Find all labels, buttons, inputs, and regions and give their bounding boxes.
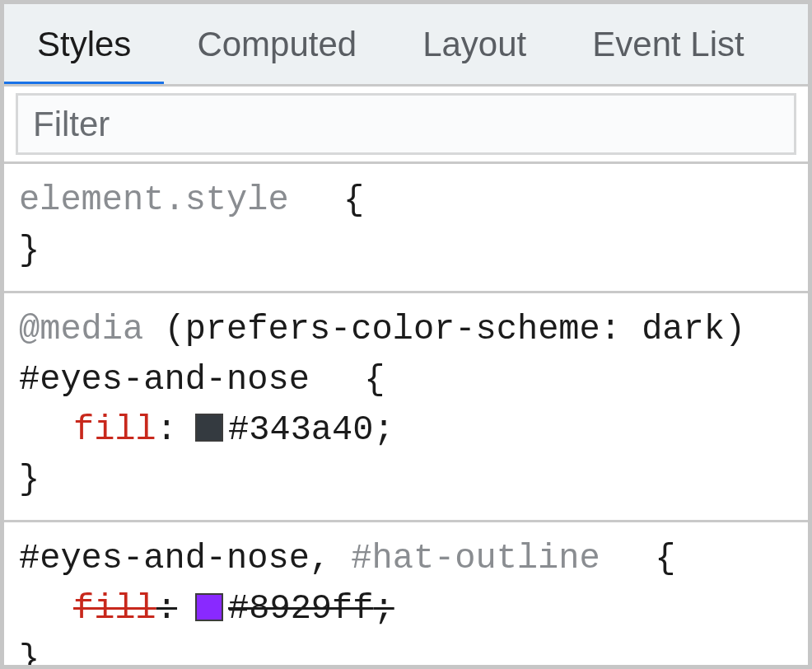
css-property[interactable]: fill bbox=[73, 405, 156, 456]
css-value[interactable]: #343a40 bbox=[228, 405, 373, 456]
rule-selector-inactive[interactable]: #hat-outline bbox=[351, 539, 600, 578]
selector-separator: , bbox=[310, 539, 351, 578]
css-value[interactable]: #8929ff bbox=[228, 584, 373, 634]
brace-open: { bbox=[655, 539, 675, 578]
tab-bar: Styles Computed Layout Event List bbox=[4, 4, 808, 87]
brace-close: } bbox=[19, 639, 40, 665]
filter-input[interactable] bbox=[16, 93, 796, 155]
devtools-styles-panel: Styles Computed Layout Event List elemen… bbox=[0, 0, 812, 669]
brace-open: { bbox=[364, 360, 385, 400]
tab-styles[interactable]: Styles bbox=[4, 4, 164, 84]
tab-event-listeners[interactable]: Event List bbox=[559, 4, 744, 84]
declaration-fill[interactable]: fill: #343a40; bbox=[19, 405, 793, 456]
selector-line[interactable]: #eyes-and-nose, #hat-outline { bbox=[19, 534, 793, 584]
media-query-line: @media (prefers-color-scheme: dark) bbox=[19, 305, 793, 355]
rule-selector[interactable]: element.style bbox=[19, 180, 289, 220]
rule-media-dark-eyes-and-nose[interactable]: @media (prefers-color-scheme: dark) #eye… bbox=[4, 293, 808, 523]
brace-close: } bbox=[19, 460, 40, 499]
media-keyword: @media bbox=[19, 310, 143, 349]
css-property[interactable]: fill bbox=[73, 584, 156, 634]
color-swatch-icon[interactable] bbox=[195, 593, 223, 621]
tab-computed[interactable]: Computed bbox=[164, 4, 390, 84]
media-condition: (prefers-color-scheme: dark) bbox=[164, 310, 745, 349]
rule-eyes-and-nose-hat-outline[interactable]: #eyes-and-nose, #hat-outline { fill: #89… bbox=[4, 522, 808, 665]
semicolon: ; bbox=[373, 584, 394, 634]
selector-line[interactable]: #eyes-and-nose { bbox=[19, 355, 793, 405]
tab-layout[interactable]: Layout bbox=[390, 4, 559, 84]
brace-close: } bbox=[19, 231, 40, 270]
rule-selector-active[interactable]: #eyes-and-nose bbox=[19, 539, 310, 578]
declaration-fill-overridden[interactable]: fill: #8929ff; bbox=[19, 584, 793, 634]
filter-row bbox=[4, 87, 808, 164]
rule-element-style[interactable]: element.style { } bbox=[4, 164, 808, 293]
colon: : bbox=[156, 584, 177, 634]
rules-pane: element.style { } @media (prefers-color-… bbox=[4, 164, 808, 665]
colon: : bbox=[156, 405, 177, 456]
brace-open: { bbox=[343, 180, 364, 220]
color-swatch-icon[interactable] bbox=[195, 414, 223, 442]
semicolon: ; bbox=[373, 405, 394, 456]
rule-selector[interactable]: #eyes-and-nose bbox=[19, 360, 310, 400]
